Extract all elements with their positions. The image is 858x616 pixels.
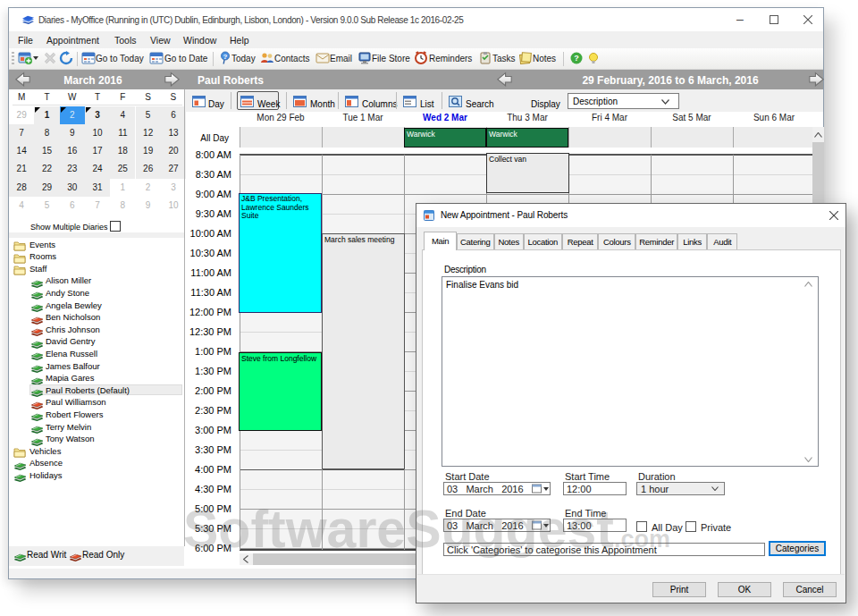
svg-text:?: ? [574,54,579,63]
svg-text:?: ? [223,53,228,61]
